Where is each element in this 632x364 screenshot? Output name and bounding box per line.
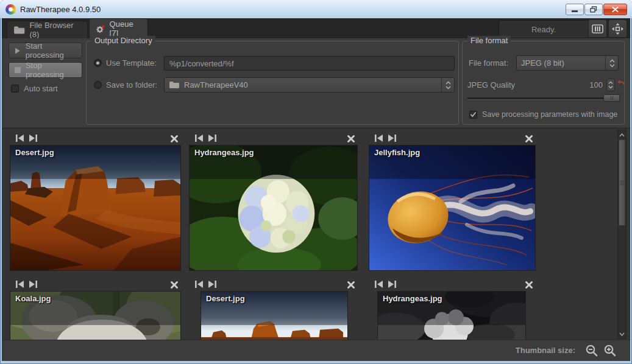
move-to-end-icon[interactable]	[388, 135, 397, 142]
template-input[interactable]	[164, 56, 455, 71]
start-processing-label: Start processing	[26, 41, 82, 60]
stop-processing-label: Stop processing	[26, 61, 82, 79]
move-to-end-icon[interactable]	[29, 135, 38, 142]
tab-file-browser[interactable]: File Browser (8)	[7, 21, 88, 38]
queue-area: Desert.jpg	[2, 128, 630, 340]
thumbnail-desert[interactable]: Desert.jpg	[10, 145, 180, 270]
thumbnail-size-label: Thumbnail size:	[516, 346, 575, 355]
jpeg-quality-label: JPEG Quality	[467, 80, 515, 89]
titlebar[interactable]: RawTherapee 4.0.9.50	[0, 0, 632, 18]
folder-icon	[13, 26, 25, 35]
move-to-end-icon[interactable]	[29, 281, 38, 288]
restore-button[interactable]	[584, 4, 603, 15]
config-panel: Start processing Stop processing Auto st…	[2, 38, 630, 128]
thumbnail-filename: Desert.jpg	[206, 294, 245, 303]
queue-item: Hydrangeas.jpg	[190, 133, 357, 270]
thumbnail-hydrangeas[interactable]: Hydrangeas.jpg	[190, 145, 357, 270]
folder-picker-value: RawTherapeeV40	[184, 80, 248, 89]
output-directory-title: Output Directory	[91, 36, 155, 45]
move-to-start-icon[interactable]	[15, 281, 24, 288]
remove-item-icon[interactable]	[170, 135, 179, 143]
auto-start-label: Auto start	[24, 84, 58, 93]
save-params-checkbox[interactable]	[469, 111, 477, 119]
thumbnail-desert-small[interactable]: Desert.jpg	[201, 292, 347, 340]
panel-layout-button[interactable]	[588, 19, 607, 38]
fullscreen-move-icon	[612, 23, 623, 35]
scroll-up-icon[interactable]	[618, 131, 626, 139]
file-format-label: File format:	[469, 58, 508, 68]
folder-picker-spinner-icon[interactable]	[441, 78, 454, 92]
start-processing-button[interactable]: Start processing	[9, 43, 82, 58]
file-format-value: JPEG (8 bit)	[521, 58, 564, 68]
reset-quality-icon[interactable]	[617, 79, 626, 88]
bottom-bar: Thumbnail size:	[2, 340, 630, 361]
auto-start-checkbox[interactable]	[11, 85, 19, 93]
status-text: Ready.	[531, 25, 556, 34]
file-format-title: File format	[467, 36, 511, 45]
move-to-start-icon[interactable]	[374, 281, 383, 288]
save-params-label: Save processing parameters with image	[482, 110, 617, 119]
slider-handle[interactable]	[603, 94, 620, 102]
file-format-spinner-icon[interactable]	[605, 56, 618, 70]
remove-item-icon[interactable]	[525, 281, 533, 289]
move-to-start-icon[interactable]	[374, 135, 383, 142]
thumbnail-filename: Koala.jpg	[15, 294, 51, 303]
thumbnail-filename: Hydrangeas.jpg	[194, 148, 254, 157]
stop-icon	[15, 67, 21, 73]
queue-gear-icon	[96, 24, 105, 34]
remove-item-icon[interactable]	[347, 135, 355, 143]
move-to-end-icon[interactable]	[208, 281, 217, 288]
move-to-start-icon[interactable]	[15, 135, 24, 142]
file-format-frame: File format File format: JPEG (8 bit) JP…	[462, 41, 625, 125]
auto-start-row: Auto start	[11, 84, 58, 93]
queue-item: Koala.jpg	[10, 279, 180, 340]
thumbnail-hydrangeas-grayscale[interactable]: Hydrangeas.jpg	[378, 292, 525, 340]
minimize-button[interactable]	[566, 4, 584, 15]
panel-layout-icon	[592, 24, 603, 33]
move-to-start-icon[interactable]	[194, 135, 204, 142]
rawtherapee-logo-icon	[5, 4, 16, 15]
move-to-start-icon[interactable]	[194, 281, 204, 288]
use-template-radio[interactable]	[94, 59, 102, 67]
scroll-down-icon[interactable]	[618, 330, 626, 338]
jpeg-quality-slider[interactable]	[467, 97, 620, 100]
remove-item-icon[interactable]	[525, 135, 533, 143]
output-directory-frame: Output Directory Use Template: Save to f…	[86, 41, 459, 125]
fullscreen-button[interactable]	[608, 19, 627, 38]
thumbnail-filename: Hydrangeas.jpg	[383, 294, 442, 303]
status-box: Ready.	[499, 20, 589, 38]
app-window: RawTherapee 4.0.9.50	[0, 0, 632, 364]
close-icon	[612, 7, 619, 12]
tab-queue-label: Queue [7]	[110, 19, 141, 38]
restore-icon	[590, 6, 597, 13]
move-to-end-icon[interactable]	[388, 281, 397, 288]
thumbnail-koala[interactable]: Koala.jpg	[10, 292, 180, 340]
play-icon	[15, 47, 21, 54]
use-template-label: Use Template:	[106, 58, 157, 68]
zoom-in-icon[interactable]	[603, 344, 617, 357]
jpeg-quality-value[interactable]: 100	[584, 80, 603, 89]
app-content: File Browser (8) Queue [7] Re	[2, 18, 630, 360]
save-params-row: Save processing parameters with image	[469, 110, 617, 119]
stop-processing-button[interactable]: Stop processing	[9, 62, 82, 78]
queue-item: Desert.jpg	[10, 133, 180, 270]
thumbnail-jellyfish[interactable]: Jellyfish.jpg	[369, 145, 535, 270]
remove-item-icon[interactable]	[170, 281, 179, 289]
save-to-folder-label: Save to folder:	[106, 80, 157, 89]
jpeg-quality-stepper[interactable]	[606, 79, 615, 91]
window-title: RawTherapee 4.0.9.50	[20, 5, 101, 14]
zoom-out-icon[interactable]	[585, 344, 598, 357]
queue-item: Desert.jpg	[190, 279, 357, 340]
close-button[interactable]	[603, 4, 627, 15]
move-to-end-icon[interactable]	[208, 135, 217, 142]
thumbnail-filename: Desert.jpg	[15, 148, 54, 157]
remove-item-icon[interactable]	[347, 281, 355, 289]
vertical-scrollbar[interactable]	[617, 130, 627, 339]
file-format-dropdown[interactable]: JPEG (8 bit)	[516, 55, 619, 71]
save-to-folder-radio[interactable]	[94, 81, 102, 89]
minimize-icon	[572, 7, 578, 12]
folder-icon	[169, 81, 180, 89]
scrollbar-thumb[interactable]	[619, 139, 625, 226]
folder-picker[interactable]: RawTherapeeV40	[164, 77, 455, 93]
check-icon	[470, 111, 477, 117]
